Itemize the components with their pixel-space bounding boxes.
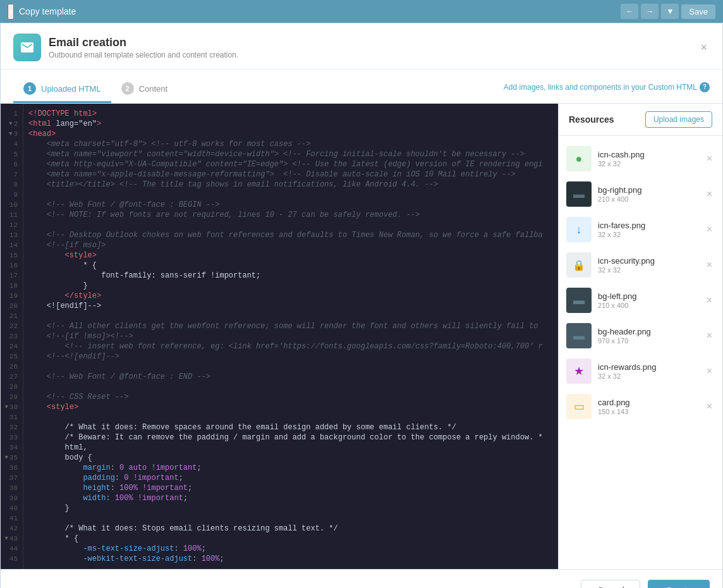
back-button[interactable]: ‹ xyxy=(8,4,14,20)
resource-remove-button[interactable]: × xyxy=(704,293,715,307)
top-bar-title: Copy template xyxy=(19,6,616,16)
close-button[interactable]: × xyxy=(698,39,710,57)
resource-remove-button[interactable]: × xyxy=(704,223,715,236)
cancel-button[interactable]: Cancel xyxy=(581,580,640,588)
content-area: 1▼2▼345678910111213141516171819202122232… xyxy=(1,104,722,569)
code-line: <!DOCTYPE html> xyxy=(28,109,558,119)
resource-size: 32 x 32 xyxy=(598,160,698,168)
code-line: * { xyxy=(28,260,558,271)
line-number: 36 xyxy=(1,463,23,473)
resource-thumbnail: ▭ xyxy=(566,394,592,419)
more-button[interactable]: ▼ xyxy=(661,4,679,19)
resource-remove-button[interactable]: × xyxy=(704,152,715,166)
line-number: 39 xyxy=(1,493,23,503)
undo-button[interactable]: ← xyxy=(621,4,638,19)
resource-thumbnail: ▬ xyxy=(566,323,592,348)
code-line: <html lang="en"> xyxy=(28,119,558,129)
line-number: ▼43 xyxy=(1,534,23,544)
code-line: } xyxy=(28,281,558,291)
resource-name: icn-security.png xyxy=(598,256,698,266)
resource-item: ★ icn-rewards.png 32 x 32 × xyxy=(559,353,722,389)
line-number: 31 xyxy=(1,412,23,422)
resource-remove-button[interactable]: × xyxy=(704,258,715,272)
code-editor[interactable]: 1▼2▼345678910111213141516171819202122232… xyxy=(1,104,558,569)
dialog-header-left: Email creation Outbound email template s… xyxy=(13,34,238,61)
line-number: ▼30 xyxy=(1,402,23,412)
resource-info: card.png 150 x 143 xyxy=(598,398,698,415)
dialog-subtitle: Outbound email template selection and co… xyxy=(49,51,238,59)
code-line: <meta charset="utf-8"> <!-- utf-8 works … xyxy=(28,139,558,149)
line-number: 17 xyxy=(1,271,23,281)
line-number: 9 xyxy=(1,190,23,200)
tabs-help-text: Add images, links and components in your… xyxy=(504,83,697,92)
resource-size: 150 x 143 xyxy=(598,408,698,415)
line-number: 13 xyxy=(1,230,23,240)
code-line: <![endif]--> xyxy=(28,301,558,311)
code-line: <!-- All other clients get the webfont r… xyxy=(28,321,558,331)
resource-thumbnail: ● xyxy=(566,146,592,171)
upload-images-button[interactable]: Upload images xyxy=(645,111,712,128)
code-line: <style> xyxy=(28,402,558,412)
resource-info: bg-left.png 210 x 400 xyxy=(598,291,698,309)
save-button[interactable]: Save xyxy=(681,4,715,19)
line-number: 28 xyxy=(1,382,23,392)
code-line xyxy=(28,513,558,524)
line-number: 5 xyxy=(1,149,23,159)
code-line: width: 100% !important; xyxy=(28,493,558,503)
tab-content[interactable]: 2 Content xyxy=(111,77,178,103)
line-number: 16 xyxy=(1,260,23,271)
code-line: <!--[if mso]> xyxy=(28,240,558,250)
resource-remove-button[interactable]: × xyxy=(704,187,715,201)
resources-header: Resources Upload images xyxy=(559,104,722,136)
line-number: 11 xyxy=(1,210,23,220)
redo-button[interactable]: → xyxy=(641,4,659,19)
tab1-number: 1 xyxy=(23,82,36,95)
code-line: html, xyxy=(28,443,558,453)
resource-remove-button[interactable]: × xyxy=(704,329,715,343)
resources-list: ● icn-cash.png 32 x 32 × ▬ bg-right.png … xyxy=(559,136,722,569)
line-number: ▼35 xyxy=(1,453,23,463)
code-line: padding: 0 !important; xyxy=(28,473,558,483)
code-line: <!-- CSS Reset --> xyxy=(28,392,558,402)
resource-size: 210 x 400 xyxy=(598,195,698,203)
line-number: 22 xyxy=(1,321,23,331)
dialog-title-group: Email creation Outbound email template s… xyxy=(49,36,238,59)
tab1-label: Uploaded HTML xyxy=(41,84,101,94)
code-line xyxy=(28,362,558,372)
tab-uploaded-html[interactable]: 1 Uploaded HTML xyxy=(13,77,111,103)
line-number: 7 xyxy=(1,169,23,180)
line-number: 41 xyxy=(1,513,23,524)
code-line xyxy=(28,382,558,392)
line-number: 23 xyxy=(1,331,23,341)
help-icon[interactable]: ? xyxy=(700,82,710,92)
line-number: 14 xyxy=(1,240,23,250)
line-number: 33 xyxy=(1,432,23,443)
line-number: 8 xyxy=(1,180,23,190)
resource-remove-button[interactable]: × xyxy=(704,364,715,378)
line-number: 34 xyxy=(1,443,23,453)
line-numbers: 1▼2▼345678910111213141516171819202122232… xyxy=(1,104,23,569)
resource-item: ▬ bg-right.png 210 x 400 × xyxy=(559,176,722,212)
code-line: <style> xyxy=(28,250,558,260)
top-bar: ‹ Copy template ← → ▼ Save xyxy=(0,0,723,23)
tabs-help: Add images, links and components in your… xyxy=(504,82,710,99)
code-line: <!-- Desktop Outlook chokes on web font … xyxy=(28,230,558,240)
code-line: <head> xyxy=(28,129,558,139)
resource-name: bg-left.png xyxy=(598,291,698,301)
line-number: ▼2 xyxy=(1,119,23,129)
code-line: <!-- Web Font / @font-face : END --> xyxy=(28,372,558,382)
resource-item: ▬ bg-header.png 970 x 170 × xyxy=(559,318,722,353)
code-content[interactable]: <!DOCTYPE html><html lang="en"><head> <m… xyxy=(23,104,558,569)
resource-size: 32 x 32 xyxy=(598,372,698,380)
line-number: 45 xyxy=(1,554,23,564)
resource-size: 210 x 400 xyxy=(598,302,698,309)
line-number: 12 xyxy=(1,220,23,230)
resource-remove-button[interactable]: × xyxy=(704,400,715,413)
line-number: 27 xyxy=(1,372,23,382)
code-line: /* What it does: Remove spaces around th… xyxy=(28,422,558,432)
line-number: 38 xyxy=(1,483,23,493)
resource-info: icn-rewards.png 32 x 32 xyxy=(598,362,698,380)
create-button[interactable]: Create xyxy=(648,580,710,588)
resource-name: bg-right.png xyxy=(598,185,698,195)
code-line xyxy=(28,311,558,321)
